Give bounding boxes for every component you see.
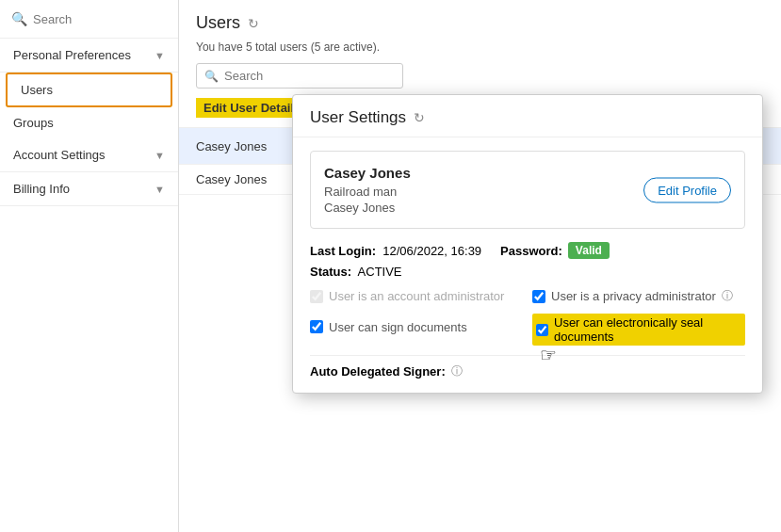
checkbox-electronic-seal-label: User can electronically seal documents — [554, 315, 741, 344]
last-login-value: 12/06/2022, 16:39 — [382, 244, 481, 258]
main-panel: Users ↻ You have 5 total users (5 are ac… — [179, 0, 781, 532]
modal-body: Casey Jones Railroad man Casey Jones Edi… — [293, 137, 762, 393]
users-title-row: Users ↻ — [196, 13, 764, 33]
modal-title: User Settings — [310, 108, 406, 127]
sidebar: 🔍 Personal Preferences ▼ Users Groups Ac… — [0, 0, 179, 532]
users-search-input[interactable] — [224, 69, 382, 83]
chevron-down-icon: ▼ — [155, 50, 165, 61]
auto-delegated-row: Auto Delegated Signer: ⓘ — [310, 355, 745, 379]
refresh-icon[interactable]: ↻ — [248, 16, 259, 31]
checkboxes-grid: User is an account administrator User is… — [310, 288, 745, 346]
checkbox-sign-docs: User can sign documents — [310, 314, 523, 340]
checkbox-sign-docs-input[interactable] — [310, 320, 323, 333]
checkbox-account-admin-input[interactable] — [310, 290, 323, 303]
modal-header: User Settings ↻ — [293, 95, 762, 137]
edit-profile-button[interactable]: Edit Profile — [643, 177, 731, 202]
info-icon-privacy[interactable]: ⓘ — [722, 288, 733, 304]
checkbox-sign-docs-label: User can sign documents — [329, 320, 467, 334]
sidebar-item-groups[interactable]: Groups — [0, 107, 178, 138]
sidebar-search-container[interactable]: 🔍 — [0, 0, 178, 39]
checkbox-privacy-admin-input[interactable] — [532, 290, 545, 303]
checkbox-account-admin-label: User is an account administrator — [329, 289, 504, 303]
status-value: ACTIVE — [358, 265, 402, 279]
checkbox-electronic-seal-input[interactable] — [536, 324, 548, 336]
status-label: Status: — [310, 265, 351, 279]
user-list-item-name-1: Casey Jones — [196, 172, 267, 186]
user-list-item-name-0: Casey Jones — [196, 139, 267, 153]
status-row: Status: ACTIVE — [310, 265, 745, 279]
password-section: Password: Valid — [500, 242, 610, 259]
profile-username: Casey Jones — [324, 201, 731, 215]
profile-card: Casey Jones Railroad man Casey Jones Edi… — [310, 151, 745, 229]
sidebar-item-personal-preferences[interactable]: Personal Preferences ▼ — [0, 39, 178, 73]
checkbox-privacy-admin-label: User is a privacy administrator — [551, 289, 716, 303]
users-title: Users — [196, 13, 240, 33]
last-login-label: Last Login: 12/06/2022, 16:39 — [310, 244, 481, 258]
modal-refresh-icon[interactable]: ↻ — [414, 110, 425, 125]
auto-delegated-label: Auto Delegated Signer: — [310, 364, 446, 379]
password-label: Password: — [500, 244, 562, 258]
checkbox-privacy-admin: User is a privacy administrator ⓘ — [532, 288, 745, 304]
sidebar-label-billing-info: Billing Info — [13, 182, 70, 196]
sidebar-label-groups: Groups — [13, 116, 54, 130]
sidebar-label-users: Users — [21, 83, 53, 97]
chevron-down-icon-billing: ▼ — [155, 184, 165, 195]
sidebar-item-account-settings[interactable]: Account Settings ▼ — [0, 138, 178, 172]
search-icon-users: 🔍 — [204, 70, 219, 83]
sidebar-item-billing-info[interactable]: Billing Info ▼ — [0, 172, 178, 206]
sidebar-label-personal-preferences: Personal Preferences — [13, 48, 131, 62]
sidebar-item-users[interactable]: Users — [6, 73, 172, 107]
users-count: You have 5 total users (5 are active). — [196, 40, 764, 54]
password-badge: Valid — [568, 242, 610, 259]
sidebar-search-input[interactable] — [33, 12, 167, 26]
users-search-bar[interactable]: 🔍 — [196, 63, 403, 89]
checkbox-account-admin: User is an account administrator — [310, 288, 523, 304]
sidebar-label-account-settings: Account Settings — [13, 148, 106, 162]
search-icon: 🔍 — [11, 11, 27, 26]
info-icon-auto-delegated[interactable]: ⓘ — [451, 363, 463, 379]
user-settings-modal: User Settings ↻ Casey Jones Railroad man… — [292, 94, 763, 394]
cursor-hand-icon-seal: ☞ — [540, 344, 557, 366]
chevron-down-icon-account: ▼ — [155, 150, 165, 161]
info-row-login: Last Login: 12/06/2022, 16:39 Password: … — [310, 242, 745, 259]
checkbox-electronic-seal: User can electronically seal documents ☞ — [532, 314, 745, 346]
